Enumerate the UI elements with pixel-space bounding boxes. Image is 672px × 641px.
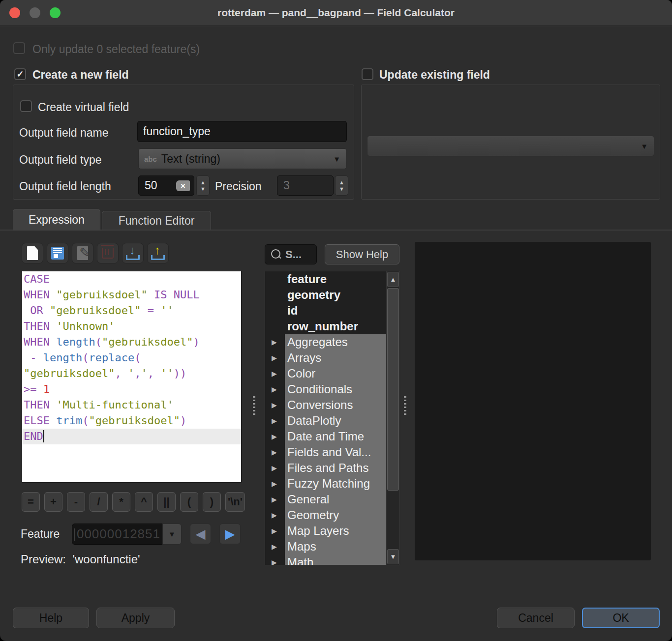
function-list-variable[interactable]: id	[265, 303, 399, 319]
clear-value-icon[interactable]: ✕	[176, 180, 190, 191]
function-list-group[interactable]: ▶Fields and Val...	[265, 444, 399, 460]
spin-down-icon[interactable]: ▼	[200, 186, 206, 192]
code-token: )	[193, 336, 199, 348]
help-button[interactable]: Help	[13, 608, 89, 628]
expander-icon[interactable]: ▶	[272, 492, 277, 507]
expander-icon[interactable]: ▶	[272, 413, 277, 429]
function-list-variable[interactable]: row_number	[265, 319, 399, 334]
code-token: "gebruiksdoel"	[102, 336, 193, 348]
feature-label: Feature	[21, 527, 60, 541]
expander-icon[interactable]: ▶	[272, 507, 277, 523]
function-list-group[interactable]: ▶General	[265, 492, 399, 507]
edit-expression-button[interactable]	[72, 243, 93, 263]
function-list-group[interactable]: ▶Map Layers	[265, 523, 399, 539]
feature-select[interactable]: 00000012851	[72, 524, 163, 545]
function-list-group[interactable]: ▶Aggregates	[265, 334, 399, 350]
expander-icon[interactable]: ▶	[272, 366, 277, 381]
edit-expression-icon	[77, 246, 88, 260]
expander-icon[interactable]: ▶	[272, 460, 277, 476]
operator-button[interactable]: (	[180, 492, 198, 512]
function-list-group[interactable]: ▶Conditionals	[265, 381, 399, 397]
expander-icon[interactable]: ▶	[272, 444, 277, 460]
precision-input: 3	[277, 175, 334, 196]
operator-button[interactable]: +	[44, 492, 62, 512]
next-feature-button[interactable]: ▶	[219, 524, 241, 544]
search-input[interactable]: S...	[265, 244, 317, 264]
precision-stepper[interactable]: ▲▼	[335, 175, 348, 196]
new-expression-button[interactable]	[22, 243, 43, 263]
function-list-group[interactable]: ▶Date and Time	[265, 429, 399, 444]
operator-button[interactable]: *	[112, 492, 130, 512]
function-list-group[interactable]: ▶Conversions	[265, 397, 399, 413]
minimize-button[interactable]	[30, 7, 40, 18]
operator-button[interactable]: )	[203, 492, 221, 512]
spin-down-icon[interactable]: ▼	[339, 186, 344, 192]
expander-icon[interactable]: ▶	[272, 523, 277, 539]
save-expression-button[interactable]	[47, 243, 68, 263]
title-bar[interactable]: rotterdam — pand__bagpand — Field Calcul…	[0, 0, 672, 26]
expander-icon[interactable]: ▶	[272, 429, 277, 444]
import-expression-button[interactable]	[122, 243, 144, 263]
function-list-group[interactable]: ▶Color	[265, 366, 399, 381]
create-virtual-field-checkbox[interactable]	[20, 100, 32, 112]
function-list-variable[interactable]: geometry	[265, 287, 399, 303]
spin-up-icon[interactable]: ▲	[339, 179, 344, 186]
operator-button[interactable]: ^	[135, 492, 153, 512]
function-list-group[interactable]: ▶Math	[265, 554, 399, 565]
output-field-length-stepper[interactable]: ▲▼	[196, 175, 210, 196]
spin-up-icon[interactable]: ▲	[200, 179, 206, 186]
close-button[interactable]	[9, 7, 20, 18]
previous-feature-button[interactable]: ◀	[190, 524, 211, 544]
expander-icon[interactable]: ▶	[272, 397, 277, 413]
function-list[interactable]: featuregeometryidrow_number▶Aggregates▶A…	[265, 271, 400, 565]
ok-button[interactable]: OK	[582, 608, 660, 628]
function-list-group[interactable]: ▶DataPlotly	[265, 413, 399, 429]
output-field-type-label: Output field type	[19, 153, 102, 167]
group-row-band: Fuzzy Matching	[285, 476, 386, 492]
feature-dropdown-icon[interactable]: ▼	[162, 524, 182, 545]
splitter-handle-right[interactable]	[404, 396, 406, 416]
function-list-group[interactable]: ▶Geometry	[265, 507, 399, 523]
operator-button[interactable]: ||	[157, 492, 176, 512]
scroll-down-icon[interactable]: ▼	[387, 549, 399, 564]
zoom-button[interactable]	[50, 7, 61, 18]
code-token: (	[82, 351, 89, 364]
function-list-group[interactable]: ▶Fuzzy Matching	[265, 476, 399, 492]
expander-icon[interactable]: ▶	[272, 476, 277, 492]
output-field-length-input[interactable]: 50 ✕	[138, 175, 194, 196]
expander-icon[interactable]: ▶	[272, 381, 277, 397]
update-existing-field-checkbox[interactable]	[362, 68, 373, 80]
function-list-scrollbar[interactable]: ▲ ▼	[386, 271, 399, 565]
function-list-variable[interactable]: feature	[265, 271, 399, 287]
output-field-name-input[interactable]: function_type	[137, 121, 347, 142]
expression-editor[interactable]: CASEWHEN "gebruiksdoel" IS NULL OR "gebr…	[22, 271, 242, 483]
function-list-group[interactable]: ▶Arrays	[265, 350, 399, 366]
chevron-down-icon: ▼	[333, 155, 340, 163]
code-token: OR	[24, 304, 50, 317]
tab-function-editor[interactable]: Function Editor	[102, 211, 211, 231]
show-help-button[interactable]: Show Help	[325, 244, 399, 264]
tab-expression[interactable]: Expression	[13, 209, 100, 231]
delete-expression-button[interactable]	[97, 243, 119, 263]
scroll-up-icon[interactable]: ▲	[387, 272, 399, 287]
function-list-group[interactable]: ▶Maps	[265, 539, 399, 554]
operator-button[interactable]: -	[67, 492, 85, 512]
create-new-field-checkbox[interactable]	[14, 68, 26, 80]
expander-icon[interactable]: ▶	[272, 334, 277, 350]
output-field-type-select[interactable]: abc Text (string) ▼	[138, 148, 347, 169]
operator-button[interactable]: '\n'	[225, 492, 245, 512]
operator-button[interactable]: =	[22, 492, 40, 512]
operator-button[interactable]: /	[90, 492, 108, 512]
function-list-group[interactable]: ▶Files and Paths	[265, 460, 399, 476]
expander-icon[interactable]: ▶	[272, 554, 277, 565]
apply-button[interactable]: Apply	[96, 608, 175, 628]
expander-icon[interactable]: ▶	[272, 350, 277, 366]
cancel-button[interactable]: Cancel	[497, 608, 575, 628]
splitter-handle-left[interactable]	[253, 396, 255, 416]
code-token: length	[56, 336, 95, 348]
code-token: replace	[89, 351, 134, 364]
export-expression-button[interactable]	[147, 243, 169, 263]
group-row-band: Files and Paths	[285, 460, 386, 476]
scrollbar-thumb[interactable]	[387, 288, 399, 491]
expander-icon[interactable]: ▶	[272, 539, 277, 554]
